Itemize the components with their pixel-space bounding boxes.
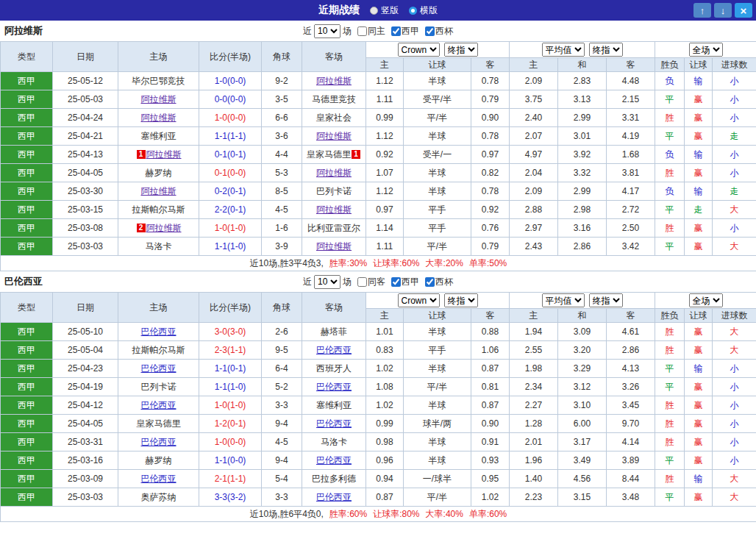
checkbox-input[interactable] bbox=[357, 277, 367, 287]
average-odds-select[interactable]: 平均值 bbox=[542, 293, 585, 307]
layout-vertical-option[interactable]: 竖版 bbox=[370, 4, 399, 17]
match-count-select[interactable]: 10 bbox=[314, 275, 340, 289]
league-cell: 西甲 bbox=[1, 433, 53, 451]
home-team-link[interactable]: 阿拉维斯 bbox=[146, 223, 182, 233]
final-odds-select[interactable]: 终指 bbox=[444, 293, 478, 307]
eu-home-odds: 2.07 bbox=[510, 127, 558, 146]
eu-away-odds: 4.17 bbox=[607, 182, 655, 201]
ah-away-odds: 0.79 bbox=[471, 238, 510, 256]
away-team-link[interactable]: 阿拉维斯 bbox=[316, 241, 352, 251]
home-team-cell: 阿拉维斯 bbox=[118, 90, 199, 109]
date-cell: 25-05-10 bbox=[53, 323, 118, 341]
filter-checkbox[interactable]: 同主 bbox=[354, 25, 385, 38]
filter-checkbox[interactable]: 西甲 bbox=[388, 276, 419, 288]
away-team-link[interactable]: 西班牙人 bbox=[316, 363, 352, 374]
match-count-select[interactable]: 10 bbox=[314, 24, 340, 38]
away-team-link[interactable]: 巴列卡诺 bbox=[316, 186, 352, 196]
match-row: 西甲25-03-03奥萨苏纳3-3(3-2)3-3巴伦西亚0.87平/半1.02… bbox=[1, 488, 756, 507]
away-team-link[interactable]: 皇家社会 bbox=[316, 113, 352, 123]
away-team-link[interactable]: 阿拉维斯 bbox=[316, 204, 352, 215]
home-team-link[interactable]: 巴伦西亚 bbox=[141, 363, 176, 374]
final-odds-select[interactable]: 终指 bbox=[444, 43, 478, 57]
home-team-link[interactable]: 阿拉维斯 bbox=[141, 94, 176, 104]
home-team-link[interactable]: 阿拉维斯 bbox=[146, 149, 182, 160]
league-cell: 西甲 bbox=[1, 146, 53, 164]
filter-checkbox[interactable]: 西杯 bbox=[421, 25, 453, 38]
scroll-up-button[interactable]: ↑ bbox=[693, 3, 711, 18]
bookmaker-select[interactable]: Crown bbox=[398, 293, 440, 307]
eu-draw-odds: 3.01 bbox=[558, 127, 607, 146]
column-header: 类型 bbox=[1, 42, 53, 72]
date-cell: 25-03-03 bbox=[53, 238, 118, 256]
goals-result-cell: 小 bbox=[713, 360, 756, 378]
ah-line: 半球 bbox=[404, 451, 471, 470]
home-team-link[interactable]: 拉斯帕尔马斯 bbox=[132, 345, 185, 355]
date-cell: 25-03-16 bbox=[53, 451, 118, 470]
ah-home-odds: 1.02 bbox=[366, 360, 404, 378]
home-team-link[interactable]: 巴伦西亚 bbox=[141, 400, 176, 410]
league-cell: 西甲 bbox=[1, 219, 53, 238]
away-team-link[interactable]: 阿拉维斯 bbox=[316, 76, 352, 86]
filter-checkbox[interactable]: 同客 bbox=[354, 276, 385, 288]
away-team-link[interactable]: 巴伦西亚 bbox=[316, 345, 352, 355]
date-cell: 25-04-23 bbox=[53, 360, 118, 378]
ah-home-odds: 0.83 bbox=[366, 341, 404, 360]
final-odds-select-2[interactable]: 终指 bbox=[589, 43, 623, 57]
layout-horizontal-option[interactable]: 横版 bbox=[409, 4, 438, 17]
close-button[interactable]: × bbox=[735, 3, 752, 18]
scroll-down-button[interactable]: ↓ bbox=[714, 3, 732, 18]
away-team-link[interactable]: 巴伦西亚 bbox=[316, 455, 352, 465]
average-odds-select[interactable]: 平均值 bbox=[542, 43, 585, 57]
away-team-link[interactable]: 马德里竞技 bbox=[312, 94, 356, 104]
away-team-link[interactable]: 巴伦西亚 bbox=[316, 492, 352, 502]
home-team-link[interactable]: 巴伦西亚 bbox=[141, 326, 176, 337]
checkbox-input[interactable] bbox=[391, 277, 401, 287]
scope-select[interactable]: 全场 bbox=[689, 43, 723, 57]
ah-home-odds: 1.12 bbox=[366, 127, 404, 146]
final-odds-select-2[interactable]: 终指 bbox=[589, 293, 623, 307]
home-team-link[interactable]: 赫罗纳 bbox=[146, 455, 172, 465]
scope-select[interactable]: 全场 bbox=[689, 293, 723, 307]
home-team-link[interactable]: 塞维利亚 bbox=[141, 131, 176, 141]
away-team-link[interactable]: 比利亚雷亚尔 bbox=[307, 223, 360, 233]
checkbox-input[interactable] bbox=[425, 26, 435, 36]
away-team-link[interactable]: 皇家马德里 bbox=[307, 149, 351, 160]
away-team-link[interactable]: 巴拉多利德 bbox=[312, 474, 356, 484]
away-team-link[interactable]: 巴伦西亚 bbox=[316, 382, 352, 392]
away-team-link[interactable]: 塞维利亚 bbox=[316, 400, 352, 410]
eu-home-odds: 2.01 bbox=[510, 433, 558, 451]
away-team-link[interactable]: 马洛卡 bbox=[321, 437, 347, 447]
home-team-link[interactable]: 皇家马德里 bbox=[137, 418, 181, 429]
filter-checkbox[interactable]: 西杯 bbox=[421, 276, 453, 288]
away-team-link[interactable]: 赫塔菲 bbox=[321, 326, 347, 337]
home-team-link[interactable]: 拉斯帕尔马斯 bbox=[132, 204, 185, 215]
away-team-link[interactable]: 阿拉维斯 bbox=[316, 131, 352, 141]
home-team-link[interactable]: 阿拉维斯 bbox=[141, 113, 176, 123]
home-team-link[interactable]: 巴伦西亚 bbox=[141, 474, 176, 484]
date-cell: 25-03-30 bbox=[53, 182, 118, 201]
ah-away-odds: 0.88 bbox=[471, 323, 510, 341]
home-team-link[interactable]: 毕尔巴鄂竞技 bbox=[132, 76, 185, 86]
home-team-link[interactable]: 巴列卡诺 bbox=[141, 382, 176, 392]
result-cell: 胜 bbox=[655, 433, 685, 451]
score-cell: 2-2(0-1) bbox=[199, 201, 262, 219]
home-team-link[interactable]: 赫罗纳 bbox=[146, 168, 172, 178]
home-team-link[interactable]: 阿拉维斯 bbox=[141, 186, 176, 196]
filter-checkbox[interactable]: 西甲 bbox=[388, 25, 419, 38]
checkbox-input[interactable] bbox=[391, 26, 401, 36]
column-header: 角球 bbox=[262, 293, 302, 323]
match-row: 西甲25-04-131阿拉维斯0-1(0-1)4-4皇家马德里10.92受半/一… bbox=[1, 146, 756, 164]
match-row: 西甲25-04-19巴列卡诺1-1(1-0)5-2巴伦西亚1.08平/半0.81… bbox=[1, 378, 756, 396]
bookmaker-select[interactable]: Crown bbox=[398, 43, 440, 57]
checkbox-input[interactable] bbox=[357, 26, 367, 36]
checkbox-input[interactable] bbox=[425, 277, 435, 287]
away-team-link[interactable]: 巴伦西亚 bbox=[316, 418, 352, 429]
ah-home-odds: 1.07 bbox=[366, 164, 404, 182]
home-team-link[interactable]: 马洛卡 bbox=[146, 241, 172, 251]
home-team-link[interactable]: 奥萨苏纳 bbox=[141, 492, 176, 502]
home-team-link[interactable]: 巴伦西亚 bbox=[141, 437, 176, 447]
eu-home-odds: 1.98 bbox=[510, 360, 558, 378]
red-card-badge: 2 bbox=[137, 224, 146, 232]
away-team-link[interactable]: 阿拉维斯 bbox=[316, 168, 352, 178]
summary-stat: 大率:40% bbox=[426, 509, 463, 519]
